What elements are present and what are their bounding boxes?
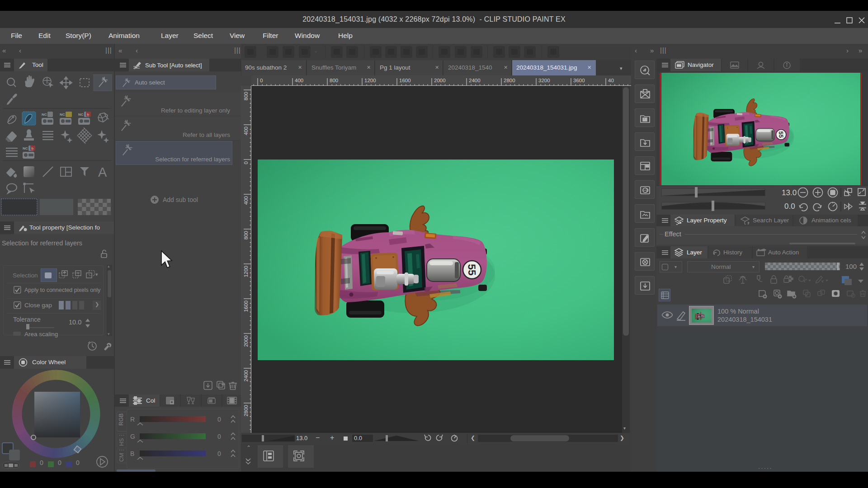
svg-text:400: 400 <box>243 127 249 135</box>
svg-text:2000: 2000 <box>434 78 446 83</box>
svg-text:800: 800 <box>243 231 249 239</box>
svg-text:800: 800 <box>243 92 249 100</box>
svg-text:3200: 3200 <box>538 78 550 83</box>
svg-text:800: 800 <box>330 78 338 83</box>
svg-text:1200: 1200 <box>243 266 249 277</box>
svg-text:1200: 1200 <box>364 78 376 83</box>
svg-text:40: 40 <box>608 78 614 83</box>
svg-text:2800: 2800 <box>504 78 515 83</box>
svg-text:1600: 1600 <box>243 300 249 312</box>
svg-text:400: 400 <box>295 78 303 83</box>
svg-text:3600: 3600 <box>573 78 585 83</box>
svg-text:2400: 2400 <box>469 78 481 83</box>
svg-text:400: 400 <box>243 196 249 205</box>
svg-text:1600: 1600 <box>399 78 411 83</box>
svg-text:2400: 2400 <box>243 370 249 382</box>
svg-text:2800: 2800 <box>243 405 249 417</box>
svg-text:0: 0 <box>243 161 249 164</box>
svg-text:2000: 2000 <box>243 335 249 347</box>
svg-text:0: 0 <box>260 78 263 83</box>
